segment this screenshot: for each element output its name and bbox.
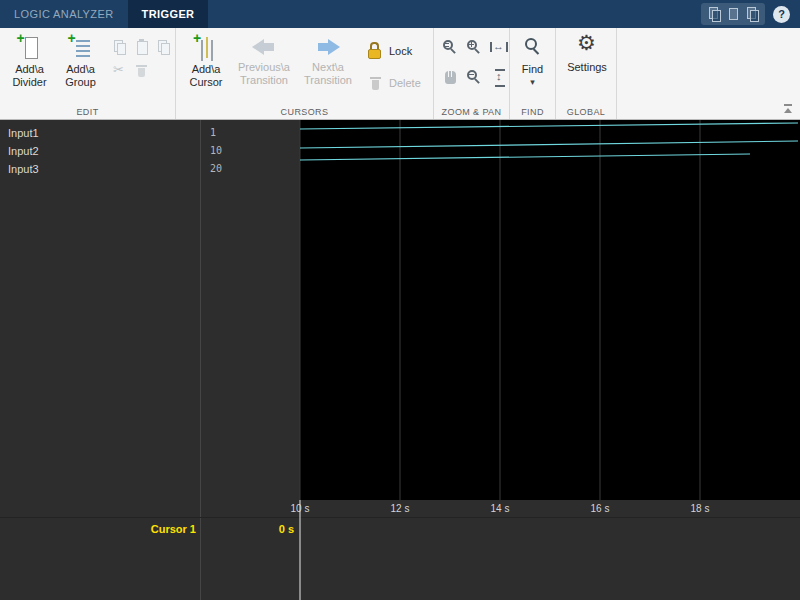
time-tick-label: 18 s — [691, 503, 710, 514]
add-group-button[interactable]: Add\a Group — [56, 33, 105, 89]
next-transition-icon — [313, 35, 343, 59]
cursor-small-buttons: Lock Delete — [366, 37, 421, 101]
delete-label: Delete — [389, 77, 421, 89]
find-button[interactable]: Find — [513, 33, 552, 86]
lock-label: Lock — [389, 45, 412, 57]
zoom-region-icon[interactable] — [440, 37, 462, 59]
quick-access-toolbar — [701, 3, 765, 25]
ribbon-group-global: Settings GLOBAL — [556, 28, 617, 119]
find-icon — [520, 35, 546, 63]
ribbon-group-edit: Add\a Divider Add\a Group EDIT — [0, 28, 176, 119]
add-cursor-label-1: Add\a — [192, 63, 221, 76]
copy-icon[interactable] — [111, 38, 129, 56]
time-tick-label: 14 s — [491, 503, 510, 514]
settings-button[interactable]: Settings — [561, 33, 613, 74]
app-tab-bar: LOGIC ANALYZER TRIGGER ? — [0, 0, 800, 28]
add-cursor-icon — [193, 35, 219, 61]
delete-wave-icon[interactable] — [133, 62, 151, 80]
tab-logic-analyzer[interactable]: LOGIC ANALYZER — [0, 0, 128, 28]
cut-icon[interactable] — [111, 62, 129, 80]
pan-icon[interactable] — [440, 67, 462, 89]
gear-icon — [574, 35, 600, 61]
cursor-value[interactable]: 0 s — [204, 523, 294, 535]
help-button[interactable]: ? — [773, 6, 790, 23]
previous-transition-icon — [249, 35, 279, 59]
tab-trigger[interactable]: TRIGGER — [128, 0, 209, 28]
edit-group-label: EDIT — [0, 107, 175, 117]
settings-label: Settings — [567, 61, 607, 74]
titlebar-actions: ? — [701, 0, 800, 28]
add-group-label-2: Group — [65, 76, 96, 89]
next-transition-button[interactable]: Next\a Transition — [297, 33, 359, 87]
zoom-in-icon[interactable] — [464, 37, 486, 59]
ribbon-spacer — [617, 28, 800, 119]
signal-name[interactable]: Input3 — [0, 160, 198, 178]
signal-list: Input1Input2Input3 — [0, 124, 198, 178]
add-divider-icon — [17, 35, 43, 61]
edit-small-buttons — [111, 38, 173, 86]
cursor-label[interactable]: Cursor 1 — [0, 523, 196, 535]
cut-layout-icon[interactable] — [726, 7, 740, 21]
time-tick-label: 12 s — [391, 503, 410, 514]
trash-icon — [366, 73, 384, 93]
previous-transition-label-1: Previous\a — [238, 61, 290, 74]
fit-height-icon[interactable] — [488, 67, 510, 89]
signal-value: 1 — [210, 124, 290, 142]
paste-icon[interactable] — [133, 38, 151, 56]
next-transition-label-2: Transition — [304, 74, 352, 87]
global-group-label: GLOBAL — [556, 107, 616, 117]
signal-value: 20 — [210, 160, 290, 178]
name-value-divider[interactable] — [200, 120, 201, 600]
add-group-label-1: Add\a — [66, 63, 95, 76]
axis-separator — [0, 517, 800, 518]
zoom-group-label: ZOOM & PAN — [434, 107, 509, 117]
find-label: Find — [522, 63, 543, 76]
cursors-group-label: CURSORS — [176, 107, 433, 117]
add-divider-label-2: Divider — [12, 76, 46, 89]
zoom-pan-buttons — [440, 37, 511, 95]
add-cursor-button[interactable]: Add\a Cursor — [181, 33, 231, 89]
add-cursor-label-2: Cursor — [189, 76, 222, 89]
delete-cursor-button[interactable]: Delete — [366, 71, 421, 95]
signal-values: 11020 — [210, 124, 290, 178]
zoom-out-icon[interactable] — [464, 67, 486, 89]
signal-name[interactable]: Input2 — [0, 142, 198, 160]
previous-transition-label-2: Transition — [240, 74, 288, 87]
ribbon-toolbar: Add\a Divider Add\a Group EDIT Add\a Cur… — [0, 28, 800, 120]
next-transition-label-1: Next\a — [312, 61, 344, 74]
previous-transition-button[interactable]: Previous\a Transition — [233, 33, 295, 87]
ribbon-group-zoom-pan: ZOOM & PAN — [434, 28, 510, 119]
paste-layout-icon[interactable] — [745, 7, 759, 21]
add-divider-label-1: Add\a — [15, 63, 44, 76]
time-tick-label: 10 s — [291, 503, 310, 514]
copy-layout-icon[interactable] — [707, 7, 721, 21]
lock-button[interactable]: Lock — [366, 39, 421, 63]
fit-width-icon[interactable] — [488, 37, 510, 59]
signal-value: 10 — [210, 142, 290, 160]
time-tick-label: 16 s — [591, 503, 610, 514]
ribbon-group-cursors: Add\a Cursor Previous\a Transition Next\… — [176, 28, 434, 119]
time-axis[interactable]: 10 s12 s14 s16 s18 s — [0, 500, 800, 517]
duplicate-icon[interactable] — [155, 38, 173, 56]
ribbon-group-find: Find FIND — [510, 28, 556, 119]
chevron-down-icon — [530, 76, 535, 86]
add-group-icon — [68, 35, 94, 61]
lock-icon — [366, 41, 384, 61]
find-group-label: FIND — [510, 107, 555, 117]
add-divider-button[interactable]: Add\a Divider — [5, 33, 54, 89]
collapse-ribbon-icon[interactable] — [782, 104, 794, 115]
waveform-plot[interactable] — [300, 120, 800, 500]
signal-name[interactable]: Input1 — [0, 124, 198, 142]
